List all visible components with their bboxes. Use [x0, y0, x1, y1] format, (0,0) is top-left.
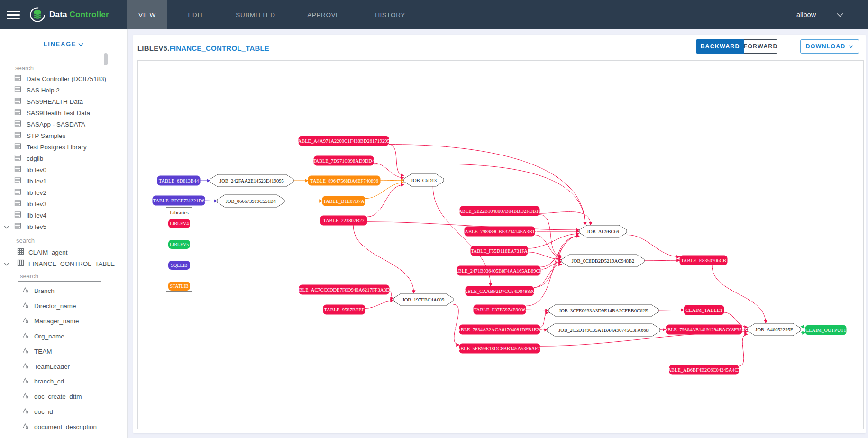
table-node-TABLE_6D813B44[interactable]: TABLE_6D813B44	[157, 176, 200, 185]
page-title: LIBLEV5.FINANCE_CONTROL_TABLE	[137, 44, 269, 52]
sidebar-item-library[interactable]: lib lev1	[0, 175, 127, 187]
sidebar-item-library[interactable]: cdglib	[0, 153, 127, 164]
tab-history[interactable]: HISTORY	[361, 0, 420, 29]
sidebar-item-library[interactable]: lib lev2	[0, 187, 127, 198]
job-node-JOB_066673919C551B4[interactable]: JOB_066673919C551B4	[217, 195, 284, 207]
navbar: Data Controller VIEWEDITSUBMITTEDAPPROVE…	[0, 0, 868, 29]
job-node-JOB_A46652295F[interactable]: JOB_A46652295F	[748, 323, 801, 336]
lineage-edge	[374, 164, 585, 225]
table-node-TABLE_223807B27[interactable]: TABLE_223807B27	[320, 216, 367, 225]
table-node-TABLE_E8350706CB[interactable]: TABLE_E8350706CB	[680, 256, 727, 265]
tab-edit[interactable]: EDIT	[167, 0, 224, 29]
tab-submitted[interactable]: SUBMITTED	[224, 0, 287, 29]
table-node-CLAIM_OUTPUT1[interactable]: CLAIM_OUTPUT1	[805, 325, 846, 335]
download-button[interactable]: DOWNLOAD	[800, 39, 859, 54]
table-node-TABLE_F37E5974E9036[interactable]: TABLE_F37E5974E9036	[474, 305, 526, 314]
chevron-down-icon	[4, 225, 9, 229]
sidebar-item-library[interactable]: lib lev5	[0, 221, 127, 232]
sidebar-item-table[interactable]: CLAIM_agent	[0, 246, 127, 258]
svg-text:TABLE_AB6BF4B2C6C04245A4C76: TABLE_AB6BF4B2C6C04245A4C76	[665, 367, 743, 373]
legend-entry: LIBLEV5	[168, 240, 190, 249]
job-node-JOB_242FAA2E14523E419095[interactable]: JOB_242FAA2E14523E419095	[210, 174, 293, 187]
table-search-input[interactable]	[14, 235, 95, 246]
table-node-TABLE_9587BEEF[interactable]: TABLE_9587BEEF	[323, 305, 365, 314]
sidebar-item-library[interactable]: lib lev0	[0, 164, 127, 175]
table-node-TABLE_2471B936405B8F4AA165AB89CD9[interactable]: TABLE_2471B936405B8F4AA165AB89CD9	[452, 266, 546, 275]
legend-entry: LIBLEV4	[168, 219, 190, 228]
table-node-TABLE_CAABF2D7CC54D84883C1[interactable]: TABLE_CAABF2D7CC54D84883C1	[461, 286, 538, 296]
column-search-input[interactable]	[18, 271, 101, 282]
job-node-JOB_197EBC4A089[interactable]: JOB_197EBC4A089	[393, 293, 453, 306]
sidebar-item-library[interactable]: STP Samples	[0, 130, 127, 141]
library-search-input[interactable]	[13, 63, 93, 73]
job-node-JOB_3CFE0233A3D9E14BA2CFBB6C62E[interactable]: JOB_3CFE0233A3D9E14BA2CFBB6C62E	[548, 304, 658, 317]
lineage-edge	[644, 260, 680, 261]
navbar-divider	[769, 4, 769, 26]
sidebar-item-column[interactable]: branch_cd	[0, 375, 127, 387]
username: allbow	[796, 11, 816, 18]
sidebar-item-library[interactable]: Data Controller (DC875183)	[0, 73, 127, 84]
sidebar-item-library[interactable]: SAS9HEALTH Data	[0, 96, 127, 107]
tab-approve[interactable]: APPROVE	[287, 0, 361, 29]
sidebar-item-library[interactable]: lib lev4	[0, 210, 127, 221]
table-node-TABLE_A4A971A2200C1F438BD2617192956[interactable]: TABLE_A4A971A2200C1F438BD2617192956	[295, 136, 392, 146]
table-node-TABLE_AC7CC0DDE7F8D940A6217FF3A3D8C[interactable]: TABLE_AC7CC0DDE7F8D940A6217FF3A3D8C	[293, 285, 396, 294]
library-icon	[14, 222, 21, 229]
library-icon	[14, 177, 21, 184]
svg-text:TABLE_BFCE731221D6: TABLE_BFCE731221D6	[153, 198, 205, 203]
title-library: LIBLEV5.	[137, 44, 169, 52]
chevron-down-icon	[849, 45, 853, 48]
mode-selector-lineage[interactable]: LINEAGE	[0, 41, 127, 47]
table-node-TABLE_7834A32ACA61704081DFB1E20E[interactable]: TABLE_7834A32ACA61704081DFB1E20E	[455, 325, 545, 334]
table-node-TABLE_79364AB14191294BAC68F3593[interactable]: TABLE_79364AB14191294BAC68F3593	[661, 325, 747, 334]
table-node-TABLE_F55D118EA731FA[interactable]: TABLE_F55D118EA731FA	[471, 246, 528, 256]
job-node-JOB_2C5D149C35A1BA4A90745C3FA668[interactable]: JOB_2C5D149C35A1BA4A90745C3FA668	[547, 324, 660, 336]
backward-button[interactable]: BACKWARD	[696, 39, 744, 54]
user-menu[interactable]: allbow	[796, 0, 843, 29]
chevron-down-icon	[78, 43, 83, 46]
sidebar-item-library[interactable]: SAS Help 2	[0, 84, 127, 96]
table-node-TABLE_798989CBE321414EA3B12[interactable]: TABLE_798989CBE321414EA3B12	[462, 227, 537, 236]
svg-text:TABLE_9587BEEF: TABLE_9587BEEF	[324, 307, 365, 312]
table-node-CLAIM_TABLE1[interactable]: CLAIM_TABLE1	[684, 305, 724, 315]
sidebar-item-column[interactable]: Org_name	[0, 330, 127, 342]
table-node-TABLE_AB6BF4B2C6C04245A4C76[interactable]: TABLE_AB6BF4B2C6C04245A4C76	[665, 365, 743, 374]
sidebar-item-column[interactable]: Branch	[0, 285, 127, 296]
sidebar-item-column[interactable]: doc_create_dttm	[0, 391, 127, 402]
sidebar-item-library[interactable]: SASApp - SASDATA	[0, 119, 127, 130]
sidebar-item-library[interactable]: lib lev3	[0, 198, 127, 210]
table-node-TABLE_5E22B1048007B04BBD2FDB100[interactable]: TABLE_5E22B1048007B04BBD2FDB100	[456, 206, 544, 216]
table-node-TABLE_BFCE731221D6[interactable]: TABLE_BFCE731221D6	[153, 196, 205, 205]
sidebar-item-library[interactable]: SAS9Health Test Data	[0, 107, 127, 119]
job-node-JOB_0C8DB2D5219AC948B2[interactable]: JOB_0C8DB2D5219AC948B2	[562, 255, 644, 267]
sidebar-scrollbar[interactable]	[104, 53, 108, 65]
job-node-JOB_C6D13[interactable]: JOB_C6D13	[404, 174, 444, 186]
main-panel: LIBLEV5.FINANCE_CONTROL_TABLE BACKWARD F…	[133, 35, 866, 433]
job-node-JOB_AC9BC69[interactable]: JOB_AC9BC69	[579, 225, 627, 237]
table-node-TABLE_B1E07B7A[interactable]: TABLE_B1E07B7A	[322, 196, 365, 206]
sidebar-item-column[interactable]: Director_name	[0, 300, 127, 311]
lineage-edge	[739, 334, 748, 366]
sidebar: LINEAGE Data Controller (DC875183)SAS He…	[0, 29, 128, 438]
lineage-edge	[353, 225, 414, 293]
table-node-TABLE_5FB99E18DC8BB145A53F6AF746[interactable]: TABLE_5FB99E18DC8BB145A53F6AF746	[454, 344, 545, 353]
lineage-canvas: Libraries LIBLEV4LIBLEV5SQLLIBSTATLIB TA…	[137, 60, 864, 429]
table-node-TABLE_89647568BA6EF740896[interactable]: TABLE_89647568BA6EF740896	[308, 176, 380, 185]
character-column-icon	[22, 317, 29, 324]
sidebar-item-library[interactable]: Test Postgres Library	[0, 141, 127, 153]
sidebar-item-column[interactable]: TeamLeader	[0, 361, 127, 372]
svg-text:JOB_066673919C551B4: JOB_066673919C551B4	[226, 199, 276, 204]
sidebar-item-column[interactable]: Manager_name	[0, 315, 127, 327]
tab-view[interactable]: VIEW	[127, 0, 167, 29]
hamburger-menu-icon[interactable]	[7, 9, 20, 20]
sidebar-item-column[interactable]: TEAM	[0, 346, 127, 357]
sidebar-item-table[interactable]: FINANCE_CONTROL_TABLE	[0, 258, 127, 269]
library-icon	[14, 200, 21, 207]
svg-text:TABLE_E8350706CB: TABLE_E8350706CB	[681, 258, 726, 263]
table-node-TABLE_7D571C098AD9DD4[interactable]: TABLE_7D571C098AD9DD4	[313, 156, 375, 165]
svg-text:TABLE_CAABF2D7CC54D84883C1: TABLE_CAABF2D7CC54D84883C1	[461, 289, 538, 294]
forward-button[interactable]: FORWARD	[744, 39, 777, 54]
sidebar-item-column[interactable]: doc_id	[0, 406, 127, 417]
sidebar-item-column[interactable]: document_description	[0, 421, 127, 432]
svg-text:TABLE_F37E5974E9036: TABLE_F37E5974E9036	[474, 307, 525, 312]
